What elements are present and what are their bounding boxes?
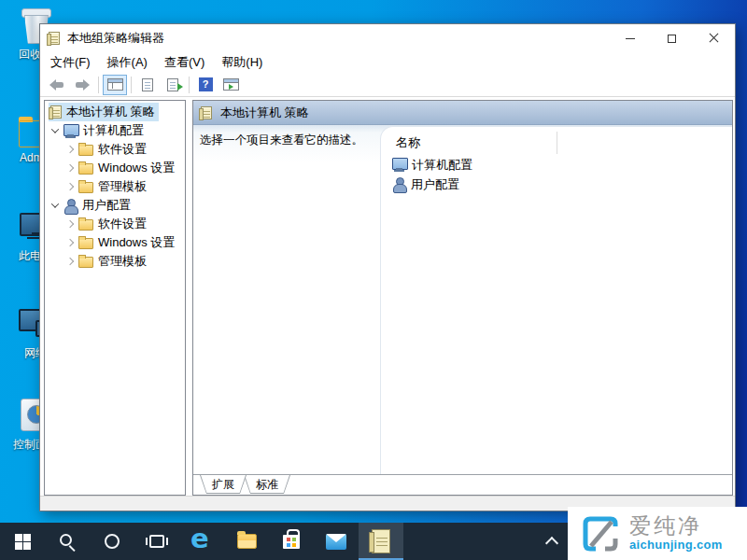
chevron-right-icon[interactable]: [63, 165, 77, 171]
chevron-down-icon[interactable]: [49, 128, 62, 133]
folder-icon: [78, 163, 93, 175]
folder-icon: [78, 219, 93, 231]
menu-item-file[interactable]: 文件(F): [42, 54, 99, 71]
items-panel: 名称 计算机配置用户配置: [380, 126, 732, 474]
list-item-user-configuration[interactable]: 用户配置: [392, 175, 472, 194]
scroll-icon: [50, 105, 62, 119]
view-tabs: 扩展标准: [193, 474, 732, 495]
watermark-domain: aichunjing.com: [629, 538, 723, 552]
gpedit-scroll-icon: [49, 32, 60, 45]
details-header-title: 本地计算机 策略: [220, 105, 309, 121]
details-pane: 本地计算机 策略 选择一个项目来查看它的描述。 名称 计算机配置用户配置 扩展标…: [192, 100, 733, 496]
toolbar-show-action-pane-button[interactable]: [218, 75, 243, 95]
task-view-icon: [149, 535, 164, 548]
desktop-screen: 回收站Admin此电脑网络控制面板 本地组策略编辑器 文件(F)操作(A)查看(…: [0, 0, 747, 560]
maximize-button[interactable]: [651, 24, 693, 52]
tree-item-computer-admin-templates[interactable]: 管理模板: [45, 177, 185, 196]
taskbar-cortana-button[interactable]: [90, 523, 134, 560]
close-button[interactable]: [693, 24, 735, 52]
tab-standard[interactable]: 标准: [244, 475, 290, 494]
selection-description: 选择一个项目来查看它的描述。: [200, 133, 363, 148]
name-column-header[interactable]: 名称: [396, 134, 420, 151]
menu-bar: 文件(F)操作(A)查看(V)帮助(H): [40, 52, 735, 73]
gpedit-scroll-icon: [201, 106, 212, 119]
tree-item-user-software-settings[interactable]: 软件设置: [45, 215, 185, 233]
cortana-icon: [105, 534, 120, 549]
forward-arrow-icon: [75, 79, 90, 91]
toolbar-export-list-button[interactable]: [161, 75, 185, 95]
watermark-title: 爱纯净: [629, 515, 723, 537]
tree-item-content: 管理模板: [77, 177, 150, 196]
toolbar-properties-button[interactable]: [135, 75, 160, 95]
window-titlebar[interactable]: 本地组策略编辑器: [40, 24, 735, 52]
list-item-label: 用户配置: [411, 176, 459, 193]
taskbar-edge-button[interactable]: [179, 523, 224, 560]
column-resize-handle[interactable]: [557, 132, 557, 154]
chevron-down-icon[interactable]: [49, 203, 62, 208]
toolbar-help-button[interactable]: [193, 75, 218, 95]
file-explorer-icon: [237, 534, 257, 549]
chevron-right-icon[interactable]: [63, 221, 77, 227]
computer-icon: [63, 124, 78, 138]
toolbar-back-button[interactable]: [45, 75, 69, 95]
action-pane-icon: [223, 78, 239, 91]
tree-item-label: 管理模板: [98, 253, 147, 270]
tree-item-label: Windows 设置: [98, 234, 175, 251]
taskbar-gpedit-button[interactable]: [359, 523, 403, 560]
tree-item-label: 软件设置: [98, 216, 147, 232]
tree-item-content: 用户配置: [62, 196, 134, 215]
caption-buttons: [609, 24, 735, 52]
taskbar-store-button[interactable]: [269, 523, 314, 560]
menu-item-view[interactable]: 查看(V): [156, 54, 213, 71]
minimize-icon: [626, 38, 635, 39]
chevron-right-icon[interactable]: [63, 184, 77, 189]
watermark: 爱纯净 aichunjing.com: [568, 507, 747, 560]
gpedit-icon: [372, 529, 390, 553]
tree-item-content: Windows 设置: [77, 159, 178, 177]
tab-extended[interactable]: 扩展: [200, 475, 247, 494]
tree-item-content: 本地计算机 策略: [49, 103, 159, 121]
taskbar-icons: [0, 523, 403, 560]
menu-item-help[interactable]: 帮助(H): [213, 54, 271, 71]
tree-item-label: 软件设置: [98, 141, 147, 158]
window-title: 本地组策略编辑器: [67, 30, 164, 47]
user-icon: [63, 199, 78, 213]
item-list: 计算机配置用户配置: [392, 155, 472, 194]
tree-item-user-windows-settings[interactable]: Windows 设置: [45, 233, 185, 252]
toolbar-separator: [189, 77, 190, 93]
minimize-button[interactable]: [609, 24, 651, 52]
toolbar-separator: [131, 77, 132, 93]
chevron-right-icon[interactable]: [63, 259, 77, 264]
tree-item-user-configuration[interactable]: 用户配置: [45, 196, 185, 215]
toolbar-forward-button[interactable]: [70, 75, 94, 95]
taskbar-search-button[interactable]: [45, 523, 90, 560]
chevron-right-icon[interactable]: [63, 240, 77, 245]
taskbar-start-button[interactable]: [0, 523, 45, 560]
back-arrow-icon: [49, 79, 64, 91]
taskbar-mail-button[interactable]: [314, 523, 359, 560]
folder-icon: [78, 182, 93, 193]
tree-item-computer-software-settings[interactable]: 软件设置: [45, 140, 185, 159]
tree-item-label: Windows 设置: [98, 160, 175, 176]
tree-item-local-computer-policy[interactable]: 本地计算机 策略: [45, 103, 185, 121]
console-tree-icon: [107, 78, 123, 91]
menu-item-action[interactable]: 操作(A): [99, 54, 156, 71]
taskbar-task-view-button[interactable]: [134, 523, 179, 560]
tree-item-user-admin-templates[interactable]: 管理模板: [45, 252, 185, 271]
window-body: 本地计算机 策略计算机配置软件设置Windows 设置管理模板用户配置软件设置W…: [40, 97, 735, 496]
tree-item-computer-windows-settings[interactable]: Windows 设置: [45, 159, 185, 177]
user-icon: [392, 177, 406, 191]
tree-item-content: Windows 设置: [77, 233, 178, 252]
tree-item-computer-configuration[interactable]: 计算机配置: [45, 121, 185, 140]
taskbar-file-explorer-button[interactable]: [224, 523, 269, 560]
tray-chevron-up-icon[interactable]: [545, 537, 558, 546]
chevron-right-icon[interactable]: [63, 147, 77, 152]
list-item-label: 计算机配置: [412, 157, 472, 174]
watermark-text: 爱纯净 aichunjing.com: [629, 515, 723, 552]
list-item-computer-configuration[interactable]: 计算机配置: [392, 155, 472, 175]
tree-item-label: 本地计算机 策略: [66, 104, 155, 120]
tree-item-content: 软件设置: [77, 140, 150, 159]
toolbar-show-console-tree-button[interactable]: [103, 75, 127, 95]
maximize-icon: [668, 35, 676, 43]
tree-item-label: 用户配置: [82, 197, 131, 214]
